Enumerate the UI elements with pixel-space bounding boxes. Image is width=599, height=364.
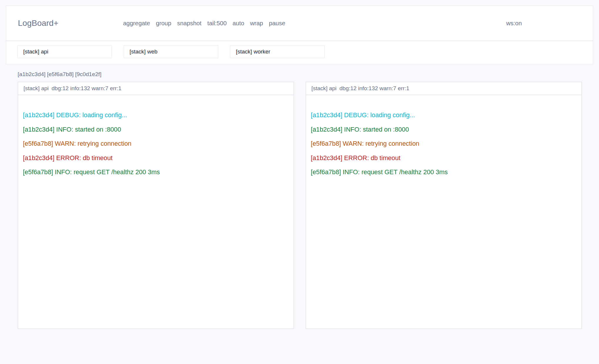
logboard-app: { "app": { "title": "LogBoard+", "menu":… [0,0,599,364]
log-list[interactable]: [a1b2c3d4] DEBUG: loading config...[a1b2… [306,95,581,180]
menu-item-snapshot[interactable]: snapshot [177,20,202,27]
menu-item-tail-500[interactable]: tail:500 [207,20,227,27]
tag-chip-2[interactable]: [e5f6a7b8] [47,71,74,78]
main-content: [a1b2c3d4][e5f6a7b8][9c0d1e2f] [stack] a… [18,71,582,329]
menu-item-group[interactable]: group [156,20,171,27]
filter-bar [6,41,593,64]
log-line-info: [e5f6a7b8] INFO: request GET /healthz 20… [311,165,581,180]
panel-source-label: [stack] api [24,85,49,92]
log-panel-1: [stack] api dbg:12 info:132 warn:7 err:1… [18,82,294,329]
filter-input-2[interactable] [124,45,218,58]
panel-counts: dbg:12 info:132 warn:7 err:1 [52,85,122,92]
log-line-debug: [a1b2c3d4] DEBUG: loading config... [23,108,293,123]
log-panel-header: [stack] api dbg:12 info:132 warn:7 err:1 [18,82,293,95]
header-menu: aggregategroupsnapshottail:500autowrappa… [123,20,285,27]
menu-item-wrap[interactable]: wrap [250,20,263,27]
panel-grid: [stack] api dbg:12 info:132 warn:7 err:1… [18,82,582,329]
top-cards: LogBoard+ aggregategroupsnapshottail:500… [0,0,599,64]
log-line-error: [a1b2c3d4] ERROR: db timeout [311,151,581,165]
tags-line: [a1b2c3d4][e5f6a7b8][9c0d1e2f] [18,71,582,78]
panel-source-label: [stack] api [311,85,337,92]
log-line-info: [e5f6a7b8] INFO: request GET /healthz 20… [23,165,293,180]
log-line-error: [a1b2c3d4] ERROR: db timeout [23,151,293,165]
menu-item-aggregate[interactable]: aggregate [123,20,150,27]
ws-status[interactable]: ws:on [506,20,522,27]
log-line-warn: [e5f6a7b8] WARN: retrying connection [311,137,581,151]
filter-input-1[interactable] [17,45,112,58]
log-line-info: [a1b2c3d4] INFO: started on :8000 [311,123,581,137]
tag-chip-3[interactable]: [9c0d1e2f] [75,71,102,78]
filter-input-3[interactable] [230,45,325,58]
tag-chip-1[interactable]: [a1b2c3d4] [18,71,46,78]
log-panel-header: [stack] api dbg:12 info:132 warn:7 err:1 [306,82,581,95]
app-header: LogBoard+ aggregategroupsnapshottail:500… [6,6,593,41]
log-list[interactable]: [a1b2c3d4] DEBUG: loading config...[a1b2… [18,95,293,180]
log-line-info: [a1b2c3d4] INFO: started on :8000 [23,123,293,137]
menu-item-pause[interactable]: pause [269,20,285,27]
app-title: LogBoard+ [18,19,58,28]
panel-counts: dbg:12 info:132 warn:7 err:1 [340,85,410,92]
menu-item-auto[interactable]: auto [233,20,244,27]
log-line-debug: [a1b2c3d4] DEBUG: loading config... [311,108,581,123]
log-panel-2: [stack] api dbg:12 info:132 warn:7 err:1… [306,82,582,329]
log-line-warn: [e5f6a7b8] WARN: retrying connection [23,137,293,151]
